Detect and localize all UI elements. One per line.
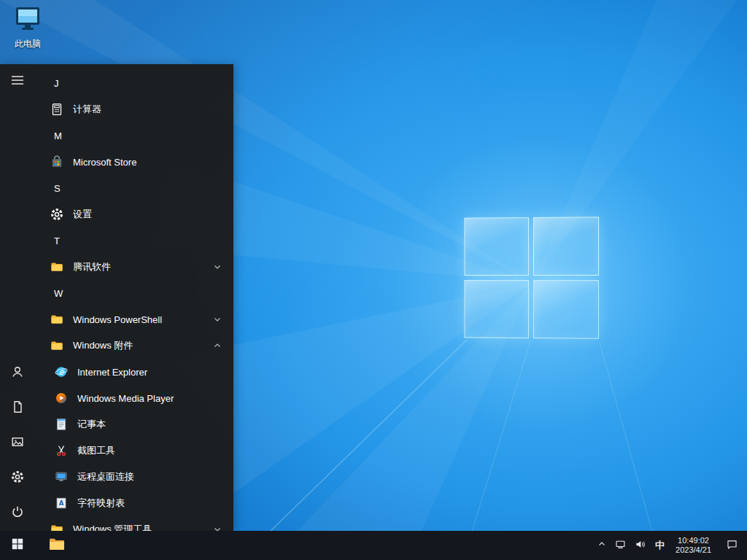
app-item-calculator[interactable]: 计算器 [35, 96, 233, 122]
gear-icon [50, 207, 64, 222]
hamburger-menu-icon [10, 73, 25, 90]
documents-icon [10, 400, 25, 417]
clock-date: 2023/4/21 [676, 545, 711, 555]
folder-item-windows-accessories[interactable]: Windows 附件 [35, 332, 233, 359]
app-label: 腾讯软件 [73, 260, 207, 273]
section-letter-t[interactable]: T [35, 228, 233, 254]
pictures-button[interactable] [0, 426, 35, 461]
folder-item-admin-tools[interactable]: Windows 管理工具 [35, 516, 233, 531]
documents-button[interactable] [0, 391, 35, 426]
section-letter-label: T [54, 236, 60, 246]
remote-desktop-icon [54, 470, 69, 484]
ime-indicator[interactable]: 中 [650, 531, 670, 560]
start-menu: J 计算器 M Microsoft Store S 设置 [0, 64, 233, 531]
windows-hero-logo [464, 217, 599, 338]
app-label: Windows Media Player [77, 393, 222, 404]
app-label: 远程桌面连接 [77, 470, 222, 483]
svg-text:A: A [59, 499, 64, 507]
app-item-remote-desktop[interactable]: 远程桌面连接 [35, 464, 233, 490]
section-letter-s[interactable]: S [35, 175, 233, 201]
chevron-up-icon [213, 341, 222, 350]
app-label: 截图工具 [77, 444, 222, 457]
app-label: Windows 附件 [73, 339, 207, 352]
folder-icon [50, 260, 64, 274]
section-letter-label: W [54, 288, 63, 299]
clock-time: 10:49:02 [678, 536, 709, 545]
folder-item-tencent[interactable]: 腾讯软件 [35, 254, 233, 280]
store-icon [50, 155, 64, 169]
power-button[interactable] [0, 496, 35, 531]
app-label: Windows 管理工具 [73, 523, 207, 531]
calculator-icon [50, 102, 64, 117]
logo-pane [464, 280, 529, 338]
this-pc-icon [14, 6, 42, 35]
app-label: 字符映射表 [77, 497, 222, 510]
app-item-character-map[interactable]: A 字符映射表 [35, 490, 233, 516]
pictures-icon [10, 435, 25, 452]
logo-pane [533, 280, 599, 339]
network-status-button[interactable] [611, 531, 630, 560]
folder-icon [50, 338, 64, 353]
section-letter-m[interactable]: M [35, 122, 233, 149]
volume-button[interactable] [630, 531, 650, 560]
section-letter-w[interactable]: W [35, 280, 233, 306]
start-button[interactable] [0, 531, 35, 560]
user-account-button[interactable] [0, 356, 35, 391]
app-item-internet-explorer[interactable]: e Internet Explorer [35, 359, 233, 385]
file-explorer-button[interactable] [39, 531, 74, 560]
chevron-down-icon [213, 315, 222, 324]
section-letter-label: M [54, 131, 62, 141]
action-center-icon [726, 538, 738, 553]
action-center-button[interactable] [717, 531, 747, 560]
app-label: 记事本 [77, 418, 222, 431]
media-player-icon [54, 391, 69, 405]
power-icon [10, 505, 25, 522]
expand-menu-button[interactable] [0, 64, 35, 99]
logo-pane [464, 217, 529, 276]
app-item-snipping-tool[interactable]: 截图工具 [35, 438, 233, 464]
section-letter-j[interactable]: J [35, 70, 233, 96]
folder-icon [50, 312, 64, 327]
start-app-list: J 计算器 M Microsoft Store S 设置 [35, 64, 233, 531]
app-item-settings[interactable]: 设置 [35, 201, 233, 228]
section-letter-label: J [54, 78, 59, 89]
app-label: Windows PowerShell [73, 314, 207, 325]
character-map-icon: A [54, 496, 69, 510]
section-letter-label: S [54, 183, 61, 194]
taskbar-clock[interactable]: 10:49:02 2023/4/21 [670, 531, 717, 560]
taskbar: 中 10:49:02 2023/4/21 [0, 531, 747, 560]
settings-gear-icon [10, 470, 25, 487]
speaker-icon [634, 538, 646, 553]
snipping-tool-icon [54, 443, 69, 458]
windows-logo-icon [11, 537, 24, 553]
app-label: Microsoft Store [73, 157, 222, 168]
app-label: Internet Explorer [77, 367, 222, 378]
start-menu-rail [0, 64, 35, 531]
internet-explorer-icon: e [54, 365, 69, 379]
app-label: 设置 [73, 208, 222, 221]
tray-overflow-button[interactable] [593, 531, 611, 560]
app-label: 计算器 [73, 103, 222, 116]
folder-item-windows-powershell[interactable]: Windows PowerShell [35, 306, 233, 332]
system-tray: 中 10:49:02 2023/4/21 [593, 531, 747, 560]
app-item-windows-media-player[interactable]: Windows Media Player [35, 385, 233, 411]
network-icon [614, 538, 627, 553]
file-explorer-icon [48, 536, 66, 555]
desktop-icon-this-pc[interactable]: 此电脑 [4, 6, 51, 50]
app-item-microsoft-store[interactable]: Microsoft Store [35, 149, 233, 175]
chevron-up-icon [597, 539, 607, 552]
logo-pane [533, 217, 599, 276]
notepad-icon [54, 417, 69, 432]
chevron-down-icon [213, 262, 222, 271]
chevron-down-icon [213, 525, 222, 531]
desktop-icon-label: 此电脑 [15, 38, 41, 50]
ime-label: 中 [655, 539, 665, 552]
app-item-notepad[interactable]: 记事本 [35, 411, 233, 438]
user-icon [10, 365, 25, 382]
settings-button[interactable] [0, 461, 35, 496]
folder-icon [50, 522, 64, 531]
